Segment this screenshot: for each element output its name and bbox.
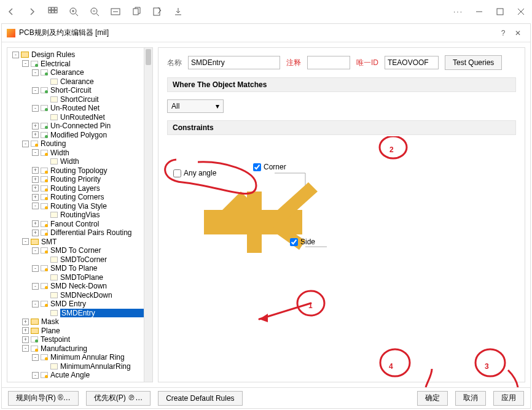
tree-toggle-icon[interactable]: + bbox=[22, 319, 29, 325]
uid-input[interactable] bbox=[385, 56, 439, 69]
tree-node[interactable]: +Differential Pairs Routing bbox=[10, 228, 151, 238]
tree-node[interactable]: -Electrical bbox=[10, 60, 151, 69]
tree-scrollbar[interactable] bbox=[144, 48, 152, 382]
tree-node[interactable]: -Manufacturing bbox=[10, 344, 151, 354]
tree-node[interactable]: -Width bbox=[10, 149, 151, 158]
tree-toggle-icon[interactable]: + bbox=[32, 131, 39, 138]
tree-node-label: Clearance bbox=[50, 68, 84, 77]
minimize-icon[interactable] bbox=[474, 7, 484, 17]
more-icon[interactable]: ··· bbox=[453, 7, 463, 17]
tree-node[interactable]: -Clearance bbox=[10, 68, 151, 77]
tree-node[interactable]: -Acute Angle bbox=[10, 371, 151, 379]
tree-toggle-icon[interactable]: - bbox=[22, 60, 29, 67]
maximize-icon[interactable] bbox=[495, 7, 505, 17]
tree-toggle-icon[interactable]: + bbox=[32, 123, 39, 130]
tree-node[interactable]: SMDNeckDown bbox=[10, 291, 151, 300]
name-input[interactable] bbox=[188, 56, 280, 69]
tree-node-icon bbox=[50, 114, 58, 120]
tree-toggle-icon[interactable]: - bbox=[32, 283, 39, 290]
tree-node[interactable]: +Routing Priority bbox=[10, 175, 151, 184]
corner-checkbox[interactable]: Corner bbox=[253, 163, 286, 171]
tree-node[interactable]: -Routing Via Style bbox=[10, 202, 151, 211]
tree-node[interactable]: +Un-Connected Pin bbox=[10, 122, 151, 131]
tree-toggle-icon[interactable]: - bbox=[22, 238, 29, 245]
tree-node[interactable]: Width bbox=[10, 157, 151, 166]
forward-icon[interactable] bbox=[27, 7, 37, 17]
tree-node[interactable]: +Testpoint bbox=[10, 335, 151, 344]
ok-button[interactable]: 确定 bbox=[417, 391, 448, 406]
tree-node[interactable]: -SMD Neck-Down bbox=[10, 282, 151, 291]
tree-node-label: SMD To Plane bbox=[50, 264, 97, 273]
tree-toggle-icon[interactable]: - bbox=[22, 345, 29, 352]
priorities-button[interactable]: 优先权(P) ℗… bbox=[86, 391, 151, 406]
tree-toggle-icon[interactable]: - bbox=[32, 301, 39, 308]
tree-toggle-icon[interactable]: - bbox=[32, 105, 39, 112]
tree-toggle-icon[interactable]: - bbox=[32, 87, 39, 94]
tree-toggle-icon[interactable]: - bbox=[22, 141, 29, 147]
where-combo[interactable]: All ▾ bbox=[167, 99, 224, 113]
tree-node[interactable]: +Plane bbox=[10, 327, 151, 336]
tree-toggle-icon[interactable]: - bbox=[32, 69, 39, 76]
tree-node[interactable]: -SMT bbox=[10, 238, 151, 247]
tree-toggle-icon[interactable]: + bbox=[32, 194, 39, 201]
tree-node[interactable]: -SMD To Plane bbox=[10, 264, 151, 273]
tree-node[interactable]: -Un-Routed Net bbox=[10, 104, 151, 113]
any-angle-checkbox[interactable]: Any angle bbox=[173, 169, 216, 177]
tree-node[interactable]: UnRoutedNet bbox=[10, 113, 151, 122]
tree-node[interactable]: Clearance bbox=[10, 77, 151, 87]
tree-node[interactable]: +Routing Topology bbox=[10, 166, 151, 176]
tree-toggle-icon[interactable]: - bbox=[12, 52, 19, 58]
tree-node[interactable]: +Fanout Control bbox=[10, 220, 151, 229]
tree-toggle-icon[interactable]: - bbox=[32, 149, 39, 156]
tree-toggle-icon[interactable]: + bbox=[32, 167, 39, 174]
fit-width-icon[interactable] bbox=[111, 7, 120, 17]
apply-button[interactable]: 应用 bbox=[493, 391, 524, 406]
tree-node[interactable]: -SMD Entry bbox=[10, 300, 151, 309]
zoom-in-icon[interactable] bbox=[69, 7, 79, 17]
tree-node[interactable]: SMDToCorner bbox=[10, 255, 151, 265]
tree-toggle-icon[interactable]: + bbox=[32, 220, 39, 227]
edit-icon[interactable] bbox=[152, 7, 162, 17]
tree-toggle-icon[interactable]: - bbox=[32, 203, 39, 209]
tree-node-icon bbox=[41, 176, 48, 182]
help-button[interactable]: ? bbox=[496, 29, 510, 37]
tree-toggle-icon[interactable]: - bbox=[32, 265, 39, 272]
test-queries-button[interactable]: Test Queries bbox=[445, 55, 502, 70]
close-dialog-button[interactable]: ✕ bbox=[510, 29, 525, 37]
tree-node[interactable]: -SMD To Corner bbox=[10, 246, 151, 255]
create-defaults-button[interactable]: Create Default Rules bbox=[158, 391, 242, 406]
tree-node[interactable]: SMDEntry bbox=[10, 309, 151, 318]
grid-icon[interactable] bbox=[48, 7, 58, 17]
tree-toggle-icon[interactable]: - bbox=[32, 372, 39, 379]
rule-wizard-button[interactable]: 规则向导(R) ®… bbox=[8, 391, 79, 406]
tree-node[interactable]: +Modified Polygon bbox=[10, 131, 151, 140]
close-app-icon[interactable] bbox=[516, 7, 526, 17]
tree-node[interactable]: ShortCircuit bbox=[10, 95, 151, 104]
tree-toggle-icon[interactable]: - bbox=[32, 354, 39, 361]
tree-node[interactable]: -Short-Circuit bbox=[10, 86, 151, 95]
tree-node[interactable]: +Routing Corners bbox=[10, 193, 151, 202]
tree-toggle-icon[interactable]: - bbox=[32, 247, 39, 254]
tree-node[interactable]: -Design Rules bbox=[10, 50, 151, 60]
tree-node[interactable]: +Mask bbox=[10, 317, 151, 327]
tree-node[interactable]: MinimumAnnularRing bbox=[10, 362, 151, 371]
tree-toggle-icon[interactable]: + bbox=[32, 230, 39, 236]
tree-node-icon bbox=[21, 52, 29, 58]
download-icon[interactable] bbox=[173, 7, 183, 17]
comment-input[interactable] bbox=[307, 56, 350, 69]
tree-node[interactable]: SMDToPlane bbox=[10, 273, 151, 282]
tree-node[interactable]: -Routing bbox=[10, 139, 151, 149]
back-icon[interactable] bbox=[6, 7, 16, 17]
rule-tree[interactable]: -Design Rules-Electrical-ClearanceCleara… bbox=[7, 48, 152, 379]
tree-node[interactable]: RoutingVias bbox=[10, 211, 151, 220]
tree-toggle-icon[interactable]: + bbox=[22, 336, 29, 343]
tree-toggle-icon[interactable]: + bbox=[32, 185, 39, 191]
tree-toggle-icon[interactable]: + bbox=[22, 327, 29, 334]
side-checkbox[interactable]: Side bbox=[290, 238, 315, 246]
tree-node[interactable]: +Routing Layers bbox=[10, 184, 151, 193]
cancel-button[interactable]: 取消 bbox=[455, 391, 486, 406]
copy-icon[interactable] bbox=[131, 7, 141, 17]
tree-node[interactable]: -Minimum Annular Ring bbox=[10, 353, 151, 362]
zoom-out-icon[interactable] bbox=[90, 7, 100, 17]
tree-toggle-icon[interactable]: + bbox=[32, 176, 39, 183]
